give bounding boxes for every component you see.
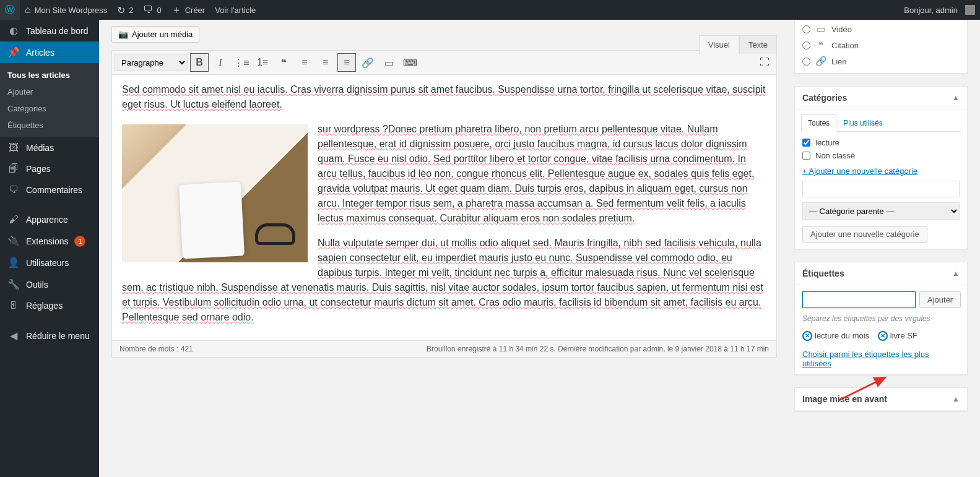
site-name: Mon Site Wordpress [35, 6, 108, 15]
category-tabs: Toutes Plus utilisés [801, 114, 961, 132]
site-name-link[interactable]: ⌂Mon Site Wordpress [20, 0, 112, 20]
cat-checkbox[interactable] [802, 139, 810, 147]
tag-input[interactable] [802, 291, 916, 308]
menu-settings[interactable]: 🎚Réglages [0, 295, 99, 316]
remove-tag-icon[interactable]: ✕ [878, 331, 888, 341]
add-category-button[interactable]: Ajouter une nouvelle catégorie [802, 226, 927, 243]
body-paragraph-2: sur wordpress ?Donec pretium pharetra li… [318, 124, 754, 223]
menu-tools[interactable]: 🔧Outils [0, 273, 99, 295]
new-content-link[interactable]: ＋Créer [167, 0, 210, 20]
cat-checkbox[interactable] [802, 152, 810, 160]
italic-button[interactable]: I [211, 53, 230, 72]
tab-visual[interactable]: Visuel [699, 35, 739, 54]
menu-pages[interactable]: 🗐Pages [0, 158, 99, 179]
fullscreen-button[interactable]: ⛶ [755, 53, 774, 72]
format-select[interactable]: Paragraphe [115, 54, 188, 71]
user-icon: 👤 [7, 257, 20, 269]
menu-appearance[interactable]: 🖌Apparence [0, 209, 99, 230]
menu-dashboard[interactable]: ◐Tableau de bord [0, 20, 99, 41]
format-quote[interactable]: ❝Citation [802, 40, 960, 51]
quote-button[interactable]: ❝ [274, 53, 293, 72]
align-center-button[interactable]: ≡ [316, 53, 335, 72]
comments-count: 0 [157, 6, 161, 15]
submenu-all-posts[interactable]: Tous les articles [0, 67, 99, 84]
format-video-radio[interactable] [802, 25, 810, 33]
word-count: Nombre de mots : 421 [119, 345, 193, 353]
user-menu[interactable]: Bonjour, admin [899, 0, 980, 20]
tags-metabox: Étiquettes▲ Ajouter Séparez les étiquett… [794, 262, 968, 375]
format-quote-radio[interactable] [802, 41, 810, 49]
wp-logo[interactable]: ⓦ [0, 0, 20, 20]
new-label: Créer [185, 6, 206, 15]
submenu-categories[interactable]: Catégories [0, 100, 99, 117]
remove-tag-icon[interactable]: ✕ [802, 331, 812, 341]
admin-sidebar: ◐Tableau de bord 📌Articles Tous les arti… [0, 20, 99, 477]
format-link-radio[interactable] [802, 58, 810, 66]
cat-tab-most[interactable]: Plus utilisés [836, 114, 889, 132]
numbered-list-button[interactable]: 1≡ [253, 53, 272, 72]
categories-metabox: Catégories▲ Toutes Plus utilisés lecture… [794, 86, 968, 249]
link-button[interactable]: 🔗 [358, 53, 377, 72]
view-post-link[interactable]: Voir l'article [210, 0, 261, 20]
chevron-up-icon[interactable]: ▲ [952, 269, 960, 278]
featured-image-metabox: Image mise en avant▲ [794, 387, 968, 411]
add-tag-button[interactable]: Ajouter [919, 291, 961, 308]
tag-chip: ✕livre SF [878, 331, 917, 341]
tags-title[interactable]: Étiquettes▲ [795, 262, 967, 285]
bold-button[interactable]: B [190, 53, 209, 72]
posts-submenu: Tous les articles Ajouter Catégories Éti… [0, 63, 99, 137]
editor-tabs: VisuelTexte [699, 35, 777, 54]
greeting: Bonjour, admin [904, 6, 958, 15]
menu-plugins[interactable]: 🔌Extensions 1 [0, 230, 99, 252]
home-icon: ⌂ [25, 4, 31, 15]
menu-posts[interactable]: 📌Articles [0, 41, 99, 63]
format-video[interactable]: ▭Vidéo [802, 24, 960, 35]
cat-item-lecture[interactable]: lecture [802, 138, 960, 147]
plugins-badge: 1 [74, 236, 85, 247]
comments-link[interactable]: 🗨0 [138, 0, 166, 20]
comment-icon: 🗨 [143, 4, 153, 15]
update-icon: ↻ [117, 4, 125, 16]
format-metabox-partial: ▭Vidéo ❝Citation 🔗Lien [794, 20, 968, 74]
menu-users[interactable]: 👤Utilisateurs [0, 252, 99, 273]
tag-chip: ✕lecture du mois [802, 331, 869, 341]
editor-body[interactable]: Sed commodo sit amet nisl eu iaculis. Cr… [111, 75, 777, 341]
submenu-add-post[interactable]: Ajouter [0, 84, 99, 100]
parent-category-select[interactable]: — Catégorie parente — [802, 202, 960, 220]
menu-comments[interactable]: 🗨Commentaires [0, 179, 99, 200]
media-icon: 🖾 [7, 142, 20, 153]
toolbar-toggle-button[interactable]: ⌨ [401, 53, 419, 72]
menu-media[interactable]: 🖾Médias [0, 137, 99, 158]
choose-tags-link[interactable]: Choisir parmi les étiquettes les plus ut… [802, 350, 929, 368]
categories-title[interactable]: Catégories▲ [795, 87, 967, 110]
tag-hint: Séparez les étiquettes par des virgules [802, 314, 960, 323]
wrench-icon: 🔧 [7, 278, 20, 290]
inline-image[interactable] [122, 124, 308, 262]
camera-icon: 📷 [118, 30, 128, 39]
more-button[interactable]: ▭ [379, 53, 398, 72]
format-link[interactable]: 🔗Lien [802, 56, 960, 67]
align-right-button[interactable]: ≡ [337, 53, 356, 72]
page-icon: 🗐 [7, 163, 20, 174]
link-icon: 🔗 [815, 56, 826, 67]
add-category-toggle[interactable]: + Ajouter une nouvelle catégorie [802, 166, 917, 176]
admin-bar: ⓦ ⌂Mon Site Wordpress ↻2 🗨0 ＋Créer Voir … [0, 0, 980, 20]
bullet-list-button[interactable]: ⋮≡ [232, 53, 251, 72]
menu-collapse[interactable]: ◀Réduire le menu [0, 325, 99, 346]
add-media-button[interactable]: 📷Ajouter un média [111, 26, 199, 43]
chevron-up-icon[interactable]: ▲ [952, 395, 960, 403]
cat-tab-all[interactable]: Toutes [801, 114, 836, 132]
plus-icon: ＋ [171, 4, 181, 17]
submenu-tags[interactable]: Étiquettes [0, 117, 99, 134]
new-category-input[interactable] [802, 181, 960, 197]
chevron-up-icon[interactable]: ▲ [952, 93, 960, 102]
editor-toolbar: Paragraphe B I ⋮≡ 1≡ ❝ ≡ ≡ ≡ 🔗 ▭ ⌨ ⛶ [111, 50, 777, 75]
align-left-button[interactable]: ≡ [295, 53, 314, 72]
featured-image-title[interactable]: Image mise en avant▲ [795, 388, 967, 411]
tab-text[interactable]: Texte [739, 35, 777, 54]
editor-statusbar: Nombre de mots : 421 Brouillon enregistr… [111, 341, 777, 358]
cat-item-nonclasse[interactable]: Non classé [802, 151, 960, 160]
avatar-icon [965, 5, 975, 15]
updates-link[interactable]: ↻2 [112, 0, 138, 20]
plugin-icon: 🔌 [7, 235, 20, 247]
